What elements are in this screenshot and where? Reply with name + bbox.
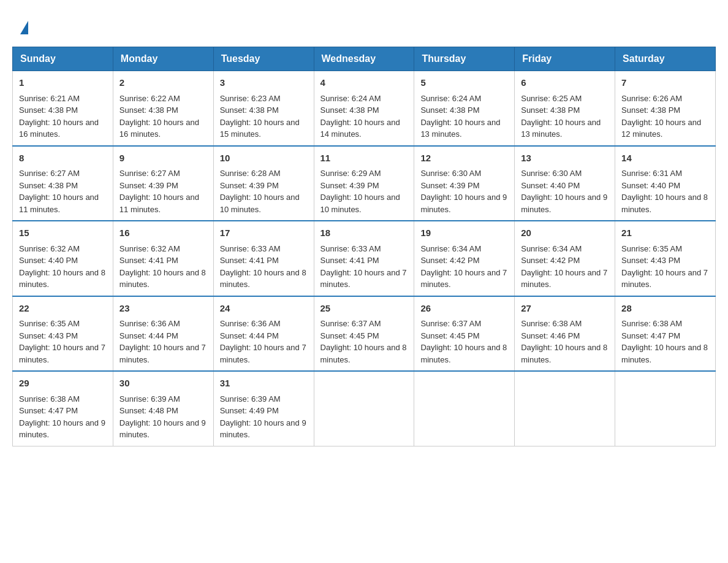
week-row-5: 29 Sunrise: 6:38 AM Sunset: 4:47 PM Dayl… — [13, 371, 716, 446]
day-number: 10 — [220, 151, 308, 166]
day-number: 3 — [220, 76, 308, 90]
sunrise-label: Sunrise: 6:24 AM — [320, 94, 381, 103]
sunrise-label: Sunrise: 6:33 AM — [220, 244, 281, 253]
daylight-label: Daylight: 10 hours and 10 minutes. — [320, 193, 400, 214]
daylight-label: Daylight: 10 hours and 10 minutes. — [220, 193, 300, 214]
daylight-label: Daylight: 10 hours and 8 minutes. — [320, 343, 407, 364]
calendar-cell: 30 Sunrise: 6:39 AM Sunset: 4:48 PM Dayl… — [113, 371, 213, 446]
daylight-label: Daylight: 10 hours and 8 minutes. — [621, 193, 708, 214]
day-number: 21 — [621, 226, 709, 240]
sunset-label: Sunset: 4:41 PM — [220, 256, 279, 265]
sunrise-label: Sunrise: 6:34 AM — [521, 244, 582, 253]
daylight-label: Daylight: 10 hours and 9 minutes. — [420, 193, 507, 214]
sunrise-label: Sunrise: 6:34 AM — [420, 244, 481, 253]
daylight-label: Daylight: 10 hours and 7 minutes. — [320, 268, 407, 289]
daylight-label: Daylight: 10 hours and 14 minutes. — [320, 118, 400, 139]
calendar-cell: 27 Sunrise: 6:38 AM Sunset: 4:46 PM Dayl… — [515, 296, 615, 372]
daylight-label: Daylight: 10 hours and 13 minutes. — [521, 118, 601, 139]
day-number: 12 — [420, 151, 508, 166]
sunrise-label: Sunrise: 6:27 AM — [119, 169, 180, 178]
header-day-sunday: Sunday — [13, 47, 113, 71]
day-number: 16 — [119, 226, 207, 240]
calendar-cell: 28 Sunrise: 6:38 AM Sunset: 4:47 PM Dayl… — [615, 296, 716, 372]
day-number: 25 — [320, 302, 408, 316]
sunset-label: Sunset: 4:38 PM — [19, 105, 78, 115]
sunset-label: Sunset: 4:47 PM — [19, 406, 78, 415]
header-day-saturday: Saturday — [615, 47, 716, 71]
day-number: 23 — [119, 302, 207, 316]
header-day-thursday: Thursday — [414, 47, 515, 71]
calendar-cell: 21 Sunrise: 6:35 AM Sunset: 4:43 PM Dayl… — [615, 221, 716, 296]
sunrise-label: Sunrise: 6:39 AM — [119, 394, 180, 404]
header-day-monday: Monday — [113, 47, 213, 71]
daylight-label: Daylight: 10 hours and 8 minutes. — [521, 343, 607, 364]
day-number: 28 — [621, 302, 709, 316]
sunset-label: Sunset: 4:41 PM — [119, 256, 178, 265]
sunrise-label: Sunrise: 6:31 AM — [621, 169, 682, 178]
daylight-label: Daylight: 10 hours and 8 minutes. — [621, 343, 708, 364]
sunset-label: Sunset: 4:45 PM — [320, 331, 379, 340]
calendar-cell: 18 Sunrise: 6:33 AM Sunset: 4:41 PM Dayl… — [314, 221, 414, 296]
week-row-1: 1 Sunrise: 6:21 AM Sunset: 4:38 PM Dayli… — [13, 71, 716, 146]
calendar-cell: 23 Sunrise: 6:36 AM Sunset: 4:44 PM Dayl… — [113, 296, 213, 372]
sunrise-label: Sunrise: 6:38 AM — [19, 394, 80, 404]
sunrise-label: Sunrise: 6:32 AM — [19, 244, 80, 253]
header-row: SundayMondayTuesdayWednesdayThursdayFrid… — [13, 47, 716, 71]
calendar-table: SundayMondayTuesdayWednesdayThursdayFrid… — [12, 47, 716, 446]
sunrise-label: Sunrise: 6:26 AM — [621, 94, 682, 103]
sunrise-label: Sunrise: 6:21 AM — [19, 94, 80, 103]
calendar-cell: 2 Sunrise: 6:22 AM Sunset: 4:38 PM Dayli… — [113, 71, 213, 146]
calendar-cell: 22 Sunrise: 6:35 AM Sunset: 4:43 PM Dayl… — [13, 296, 113, 372]
day-number: 5 — [420, 76, 508, 90]
day-number: 31 — [220, 377, 308, 391]
day-number: 6 — [521, 76, 609, 90]
daylight-label: Daylight: 10 hours and 9 minutes. — [521, 193, 607, 214]
day-number: 18 — [320, 226, 408, 240]
daylight-label: Daylight: 10 hours and 7 minutes. — [521, 268, 607, 289]
logo-triangle-icon — [20, 21, 28, 34]
sunset-label: Sunset: 4:40 PM — [621, 181, 680, 190]
sunrise-label: Sunrise: 6:36 AM — [119, 319, 180, 328]
daylight-label: Daylight: 10 hours and 7 minutes. — [220, 343, 306, 364]
daylight-label: Daylight: 10 hours and 16 minutes. — [119, 118, 199, 139]
sunrise-label: Sunrise: 6:38 AM — [521, 319, 582, 328]
daylight-label: Daylight: 10 hours and 13 minutes. — [420, 118, 500, 139]
sunrise-label: Sunrise: 6:36 AM — [220, 319, 281, 328]
sunrise-label: Sunrise: 6:22 AM — [119, 94, 180, 103]
calendar-cell — [515, 371, 615, 446]
daylight-label: Daylight: 10 hours and 11 minutes. — [19, 193, 99, 214]
day-number: 11 — [320, 151, 408, 166]
sunset-label: Sunset: 4:41 PM — [320, 256, 379, 265]
sunset-label: Sunset: 4:39 PM — [119, 181, 178, 190]
day-number: 8 — [19, 151, 107, 166]
sunset-label: Sunset: 4:48 PM — [119, 406, 178, 415]
calendar-cell: 5 Sunrise: 6:24 AM Sunset: 4:38 PM Dayli… — [414, 71, 515, 146]
sunrise-label: Sunrise: 6:23 AM — [220, 94, 281, 103]
calendar-cell: 15 Sunrise: 6:32 AM Sunset: 4:40 PM Dayl… — [13, 221, 113, 296]
sunset-label: Sunset: 4:40 PM — [521, 181, 580, 190]
calendar-cell: 11 Sunrise: 6:29 AM Sunset: 4:39 PM Dayl… — [314, 146, 414, 221]
sunset-label: Sunset: 4:38 PM — [420, 105, 479, 115]
sunrise-label: Sunrise: 6:24 AM — [420, 94, 481, 103]
sunrise-label: Sunrise: 6:37 AM — [420, 319, 481, 328]
day-number: 24 — [220, 302, 308, 316]
sunset-label: Sunset: 4:38 PM — [521, 105, 580, 115]
sunrise-label: Sunrise: 6:38 AM — [621, 319, 682, 328]
day-number: 2 — [119, 76, 207, 90]
calendar-cell: 19 Sunrise: 6:34 AM Sunset: 4:42 PM Dayl… — [414, 221, 515, 296]
daylight-label: Daylight: 10 hours and 9 minutes. — [119, 418, 206, 440]
week-row-4: 22 Sunrise: 6:35 AM Sunset: 4:43 PM Dayl… — [13, 296, 716, 372]
calendar-cell: 3 Sunrise: 6:23 AM Sunset: 4:38 PM Dayli… — [213, 71, 314, 146]
calendar-cell: 20 Sunrise: 6:34 AM Sunset: 4:42 PM Dayl… — [515, 221, 615, 296]
daylight-label: Daylight: 10 hours and 9 minutes. — [220, 418, 306, 440]
daylight-label: Daylight: 10 hours and 16 minutes. — [19, 118, 99, 139]
calendar-cell: 10 Sunrise: 6:28 AM Sunset: 4:39 PM Dayl… — [213, 146, 314, 221]
calendar-cell: 17 Sunrise: 6:33 AM Sunset: 4:41 PM Dayl… — [213, 221, 314, 296]
sunrise-label: Sunrise: 6:30 AM — [521, 169, 582, 178]
calendar-cell: 8 Sunrise: 6:27 AM Sunset: 4:38 PM Dayli… — [13, 146, 113, 221]
sunset-label: Sunset: 4:39 PM — [220, 181, 279, 190]
daylight-label: Daylight: 10 hours and 15 minutes. — [220, 118, 300, 139]
daylight-label: Daylight: 10 hours and 8 minutes. — [19, 268, 105, 289]
day-number: 29 — [19, 377, 107, 391]
sunset-label: Sunset: 4:38 PM — [19, 181, 78, 190]
